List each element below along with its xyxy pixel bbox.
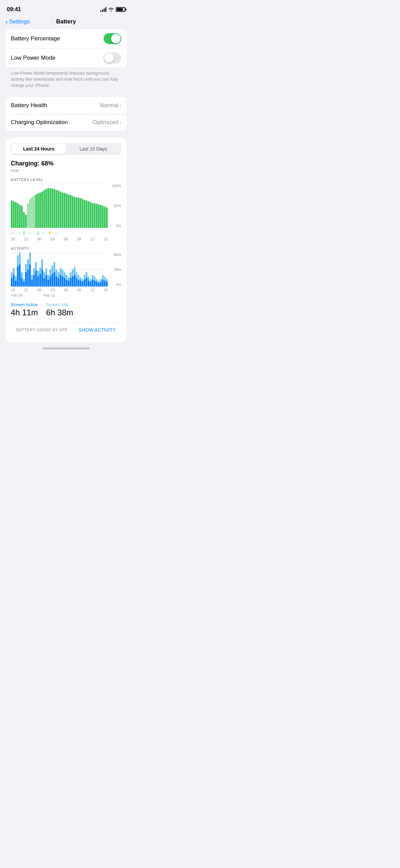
activity-bar-group [23,253,25,287]
segmented-control[interactable]: Last 24 Hours Last 10 Days [11,143,121,155]
activity-bar-group [51,253,53,287]
battery-bar [31,197,33,228]
battery-bar [49,188,51,228]
activity-bar-group [43,253,45,287]
activity-bar-group [70,253,71,287]
battery-bar [90,202,91,228]
activity-bar-group [76,253,78,287]
battery-bar [78,198,79,228]
battery-bar [54,189,55,228]
charging-title: Charging: 68% [11,160,121,167]
status-bar: 09:41 [0,0,132,17]
activity-bar-group [47,253,49,287]
screen-active-value: 4h 11m [11,308,38,317]
back-chevron-icon: ‹ [5,18,8,25]
charging-optimization-value: Optimized › [92,119,121,126]
battery-health-value: Normal › [100,102,121,109]
x-label-00: 00 [37,237,41,241]
activity-bar-group [54,253,55,287]
activity-bar-group [74,253,76,287]
y-label-0: 0% [108,224,121,228]
battery-bar [106,208,108,228]
back-label: Settings [9,18,30,25]
activity-bar-group [56,253,57,287]
activity-bar-group [102,253,104,287]
activity-bar-group [72,253,73,287]
x-label-15: 15 [104,237,108,241]
low-power-mode-label: Low Power Mode [11,55,55,61]
battery-bar [66,194,67,228]
battery-bar [37,193,39,228]
battery-bar [21,206,23,228]
activity-label: ACTIVITY [11,246,121,251]
activity-bar-group [11,253,13,287]
nav-bar: ‹ Settings Battery [0,17,132,29]
activity-bars [11,253,108,287]
home-indicator [0,345,132,351]
segment-24h[interactable]: Last 24 Hours [12,144,66,154]
activity-bar-group [80,253,81,287]
battery-bar [19,205,21,228]
activity-bar-group [98,253,100,287]
health-card: Battery Health Normal › Charging Optimiz… [5,97,127,131]
battery-bar [51,189,53,228]
show-activity-button[interactable]: SHOW ACTIVITY [79,327,116,333]
battery-bar [58,191,59,228]
battery-bar [39,193,41,228]
battery-bar [100,205,102,228]
battery-bar [84,200,85,228]
battery-bar [74,197,76,228]
y-axis-labels: 100% 50% 0% [108,184,121,228]
activity-y-0: 0m [108,282,121,287]
activity-bar-group [45,253,47,287]
battery-bar [88,201,89,228]
battery-bar [11,200,13,228]
x-label-21: 21 [24,237,28,241]
low-power-mode-row[interactable]: Low Power Mode [5,48,127,67]
screen-active-stat: Screen Active 4h 11m [11,302,38,317]
battery-bar [56,190,57,228]
page-title: Battery [56,18,76,25]
activity-bar-group [21,253,23,287]
toggle-knob [111,34,121,43]
back-button[interactable]: ‹ Settings [5,18,30,25]
activity-bar-group [94,253,96,287]
battery-percentage-label: Battery Percentage [11,35,60,42]
segment-10d[interactable]: Last 10 Days [66,144,121,154]
battery-bar [70,195,71,228]
battery-bar [72,196,73,228]
battery-bar [80,198,81,228]
charging-optimization-label: Charging Optimization [11,119,68,126]
battery-chart-area: 100% 50% 0% [11,184,121,228]
activity-y-60: 60m [108,253,121,257]
activity-bar-group [90,253,91,287]
screen-idle-stat: Screen Idle 6h 38m [46,302,73,317]
battery-bar [92,203,93,228]
battery-icon [116,7,125,12]
battery-bar [102,206,104,228]
battery-bar [27,203,29,228]
battery-bar [29,199,31,228]
activity-bar-group [33,253,35,287]
charging-indicators: — — ‖ — · ‖ — ⚡ — [11,229,108,236]
activity-bar-group [35,253,37,287]
battery-bar [45,189,47,228]
charging-optimization-row[interactable]: Charging Optimization Optimized › [5,114,127,131]
low-power-mode-toggle[interactable] [104,53,121,63]
activity-bar-group [88,253,89,287]
x-label-09: 09 [77,237,81,241]
battery-bar [13,201,15,228]
low-power-note: Low Power Mode temporarily reduces backg… [5,67,127,94]
x-label-12: 12 [90,237,94,241]
y-label-100: 100% [108,184,121,188]
battery-health-row[interactable]: Battery Health Normal › [5,97,127,114]
battery-percentage-toggle[interactable] [104,33,121,44]
activity-bar-group [41,253,43,287]
activity-bar-group [15,253,17,287]
activity-bar-group [58,253,59,287]
screen-idle-value: 6h 38m [46,308,73,317]
activity-bar-group [92,253,93,287]
battery-percentage-row[interactable]: Battery Percentage [5,29,127,48]
activity-bar-group [17,253,19,287]
battery-bar [96,204,98,228]
